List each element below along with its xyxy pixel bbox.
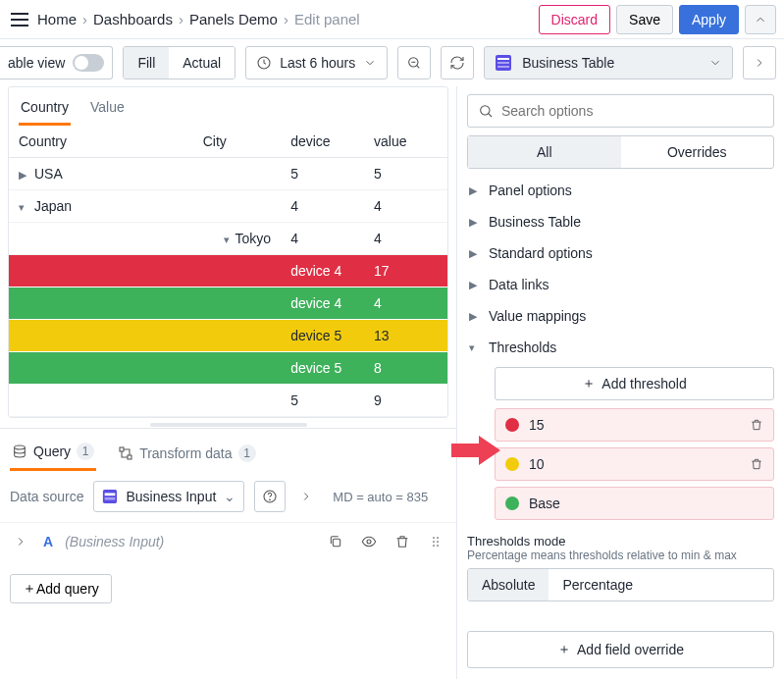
eye-icon [361, 534, 377, 549]
menu-icon[interactable] [8, 8, 31, 31]
svg-rect-16 [333, 539, 340, 546]
search-options[interactable] [467, 94, 774, 128]
table-row[interactable]: device 417 [9, 255, 447, 287]
apply-button[interactable]: Apply [679, 5, 739, 34]
mode-absolute[interactable]: Absolute [468, 569, 549, 601]
add-threshold-label: Add threshold [601, 376, 686, 392]
table-row[interactable]: ▾Tokyo 4 4 [9, 223, 447, 255]
table-view-toggle[interactable] [73, 54, 104, 72]
add-field-override-button[interactable]: ＋ Add field override [467, 631, 774, 668]
table-view-toggle-group: able view [0, 46, 113, 79]
threshold-color-swatch[interactable] [505, 418, 519, 432]
time-range-label: Last 6 hours [280, 55, 355, 71]
duplicate-query-button[interactable] [325, 531, 346, 552]
threshold-value[interactable]: 15 [529, 417, 545, 433]
save-button[interactable]: Save [616, 5, 673, 34]
crumb-dashboards[interactable]: Dashboards [93, 11, 173, 27]
fill-option[interactable]: Fill [124, 47, 169, 78]
expand-icon[interactable]: ▶ [19, 169, 28, 182]
threshold-item-base[interactable]: Base [495, 487, 774, 520]
svg-point-17 [367, 540, 371, 544]
table-row[interactable]: device 44 [9, 287, 447, 320]
query-letter[interactable]: A [43, 534, 53, 549]
collapse-icon[interactable]: ▾ [220, 234, 230, 246]
section-data-links[interactable]: ▶Data links [467, 269, 774, 300]
delete-threshold-button[interactable] [750, 418, 763, 432]
datasource-help-button[interactable] [254, 481, 286, 512]
toggle-query-visibility-button[interactable] [358, 531, 380, 552]
query-options-summary: MD = auto = 835 [333, 490, 428, 504]
cell: 5 [281, 158, 364, 190]
threshold-item[interactable]: 15 [495, 408, 774, 442]
svg-rect-7 [497, 66, 509, 68]
col-country[interactable]: Country [9, 126, 193, 158]
actual-option[interactable]: Actual [169, 47, 235, 78]
section-standard-options[interactable]: ▶Standard options [467, 237, 774, 269]
drag-handle[interactable] [425, 531, 446, 552]
cell: Tokyo [235, 231, 272, 246]
tab-query[interactable]: Query 1 [10, 435, 96, 471]
col-device[interactable]: device [281, 126, 364, 158]
collapse-icon[interactable]: ▾ [19, 201, 28, 214]
add-query-button[interactable]: ＋ Add query [10, 574, 112, 603]
thresholds-mode-segment: Absolute Percentage [467, 568, 774, 601]
discard-button[interactable]: Discard [539, 5, 610, 34]
mode-percentage[interactable]: Percentage [549, 569, 647, 601]
refresh-icon [449, 55, 465, 71]
tab-label: Transform data [139, 445, 232, 461]
collapse-button[interactable] [745, 5, 776, 34]
delete-query-button[interactable] [392, 531, 413, 552]
delete-threshold-button[interactable] [750, 457, 763, 471]
table-plugin-icon [495, 54, 512, 72]
crumb-panels-demo[interactable]: Panels Demo [189, 11, 278, 27]
transform-count-badge: 1 [238, 444, 256, 462]
add-threshold-button[interactable]: ＋ Add threshold [495, 367, 774, 400]
query-expand[interactable] [10, 531, 31, 552]
col-city[interactable]: City [193, 126, 281, 158]
svg-rect-5 [497, 58, 509, 60]
seg-all[interactable]: All [468, 136, 621, 168]
cell: device 5 [281, 320, 364, 352]
table-row[interactable]: device 513 [9, 320, 447, 352]
search-input[interactable] [501, 103, 763, 119]
cell: 4 [281, 190, 364, 223]
crumb-home[interactable]: Home [37, 11, 77, 27]
time-range-picker[interactable]: Last 6 hours [245, 46, 388, 79]
cell: 17 [364, 255, 447, 287]
visualization-name: Business Table [522, 55, 614, 71]
table-row[interactable]: 59 [9, 385, 447, 417]
zoom-out-button[interactable] [397, 46, 431, 79]
threshold-value[interactable]: 10 [529, 456, 545, 472]
breadcrumb: Home › Dashboards › Panels Demo › Edit p… [37, 11, 360, 27]
section-business-table[interactable]: ▶Business Table [467, 206, 774, 237]
section-thresholds[interactable]: ▾Thresholds [467, 332, 774, 363]
threshold-color-swatch[interactable] [505, 457, 519, 471]
section-value-mappings[interactable]: ▶Value mappings [467, 300, 774, 332]
table-header-row: Country City device value [9, 126, 447, 158]
visualization-picker[interactable]: Business Table [484, 46, 733, 79]
threshold-value: Base [529, 496, 560, 511]
datasource-select[interactable]: Business Input ⌄ [93, 481, 244, 512]
table-row[interactable]: device 58 [9, 352, 447, 385]
threshold-color-swatch[interactable] [505, 496, 519, 510]
tab-country[interactable]: Country [19, 95, 71, 126]
query-options-expand[interactable] [295, 486, 317, 507]
expand-options-button[interactable] [743, 46, 776, 79]
cell: 4 [281, 223, 364, 255]
seg-overrides[interactable]: Overrides [621, 136, 774, 168]
svg-point-19 [437, 537, 439, 539]
cell: 5 [364, 158, 447, 190]
tab-value[interactable]: Value [88, 95, 127, 126]
datasource-label: Data source [10, 489, 83, 504]
col-value[interactable]: value [364, 126, 447, 158]
table-row[interactable]: ▶USA 5 5 [9, 158, 447, 190]
section-panel-options[interactable]: ▶Panel options [467, 175, 774, 206]
cell: Japan [34, 198, 72, 214]
refresh-button[interactable] [441, 46, 474, 79]
tab-transform[interactable]: Transform data 1 [116, 435, 257, 471]
threshold-item[interactable]: 10 [495, 447, 774, 481]
query-datasource-name: (Business Input) [65, 534, 164, 549]
cell: 13 [364, 320, 447, 352]
panel-preview: Country Value Country City device value … [8, 86, 448, 418]
table-row[interactable]: ▾Japan 4 4 [9, 190, 447, 223]
